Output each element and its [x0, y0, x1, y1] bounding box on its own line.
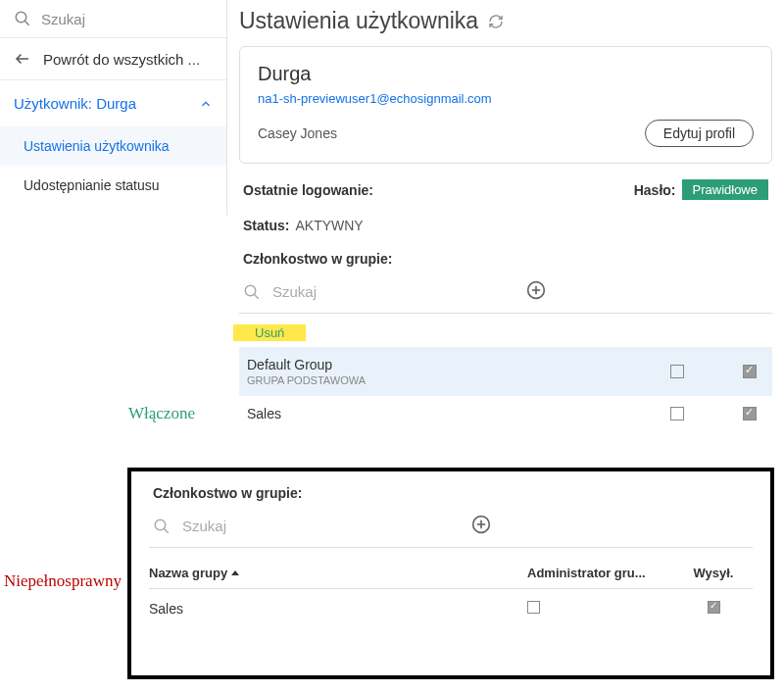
back-button[interactable]: Powrót do wszystkich ... [0, 38, 226, 80]
status-value: AKTYWNY [295, 218, 363, 233]
group-send-checkbox[interactable] [743, 407, 757, 421]
password-label: Hasło: [634, 182, 676, 198]
chevron-up-icon [199, 97, 213, 111]
arrow-left-icon [14, 50, 31, 68]
back-label: Powrót do wszystkich ... [43, 51, 200, 68]
sort-asc-icon [231, 570, 239, 575]
profile-name: Durga [258, 63, 754, 85]
col-group-name[interactable]: Nazwa grupy [149, 566, 527, 580]
membership-title: Członkostwo w grupie: [243, 251, 768, 267]
framed-add-button[interactable] [471, 515, 749, 537]
framed-search-placeholder: Szukaj [182, 518, 460, 534]
search-icon [153, 518, 171, 535]
sidebar-search[interactable]: Szukaj [0, 0, 226, 38]
user-header-label: Użytkownik: Durga [14, 95, 136, 112]
group-row[interactable]: Default Group GRUPA PODSTAWOWA [239, 347, 772, 396]
svg-line-1 [24, 21, 29, 25]
group-row[interactable]: Sales [239, 396, 772, 431]
table-row[interactable]: Sales [149, 589, 753, 628]
group-name: Sales [247, 406, 670, 421]
group-admin-checkbox[interactable] [670, 407, 684, 421]
profile-email[interactable]: na1-sh-previewuser1@echosignmail.com [258, 91, 754, 106]
svg-point-0 [16, 12, 26, 23]
col-admin[interactable]: Administrator gru... [527, 566, 674, 580]
refresh-icon[interactable] [488, 14, 504, 29]
framed-search[interactable]: Szukaj [149, 515, 753, 548]
edit-profile-button[interactable]: Edytuj profil [645, 120, 754, 147]
profile-full-name: Casey Jones [258, 125, 337, 141]
col-send[interactable]: Wysył. [674, 566, 753, 580]
remove-tag[interactable]: Usuń [233, 324, 306, 341]
annotation-disabled: Niepełnosprawny [4, 571, 122, 591]
group-name: Default Group [247, 357, 670, 372]
row-admin-checkbox[interactable] [527, 601, 540, 614]
password-status-badge: Prawidłowe [682, 179, 768, 200]
add-group-button[interactable] [526, 280, 768, 303]
svg-line-9 [164, 528, 169, 533]
sidebar-search-placeholder: Szukaj [41, 11, 85, 27]
last-login-label: Ostatnie logowanie: [243, 182, 373, 198]
search-icon [14, 10, 31, 27]
svg-line-4 [254, 294, 259, 299]
svg-point-8 [155, 520, 166, 530]
framed-title: Członkostwo w grupie: [153, 485, 749, 501]
nav-status-sharing[interactable]: Udostępnianie statusu [0, 166, 226, 205]
comparison-panel: Członkostwo w grupie: Szukaj Nazwa grupy… [127, 468, 774, 679]
nav-user-settings[interactable]: Ustawienia użytkownika [0, 126, 226, 166]
user-header[interactable]: Użytkownik: Durga [0, 80, 226, 126]
membership-search-placeholder: Szukaj [272, 283, 514, 300]
page-title: Ustawienia użytkownika [239, 8, 478, 34]
annotation-enabled: Włączone [128, 404, 195, 423]
row-send-checkbox[interactable] [708, 601, 720, 614]
profile-card: Durga na1-sh-previewuser1@echosignmail.c… [239, 46, 772, 164]
group-subtitle: GRUPA PODSTAWOWA [247, 374, 670, 386]
search-icon [243, 283, 261, 301]
group-admin-checkbox[interactable] [670, 365, 684, 378]
group-send-checkbox[interactable] [743, 365, 757, 378]
status-label: Status: [243, 218, 289, 233]
membership-search[interactable]: Szukaj [239, 280, 772, 314]
row-group-name: Sales [149, 601, 527, 617]
svg-point-3 [245, 285, 256, 296]
